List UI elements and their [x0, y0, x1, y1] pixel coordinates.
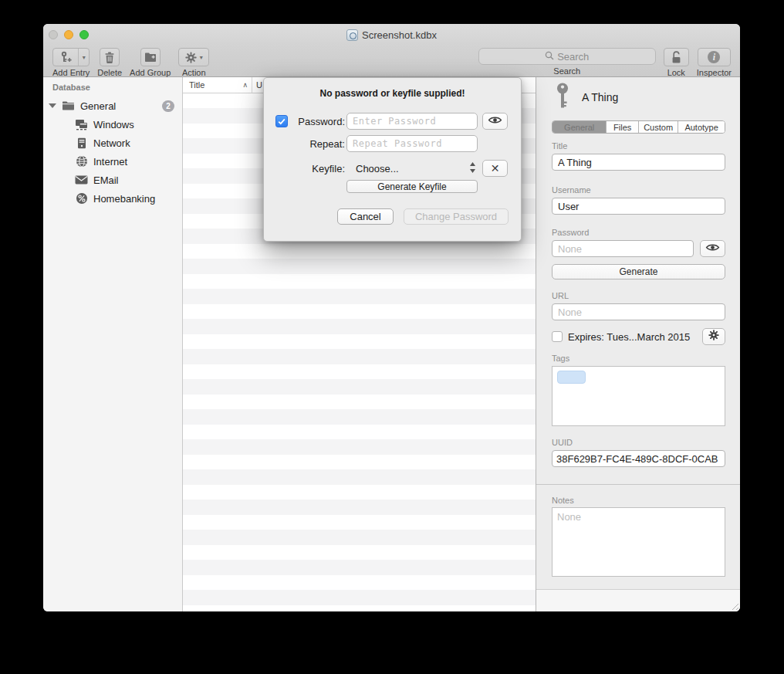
password-field[interactable] [552, 240, 694, 257]
reveal-password-button[interactable] [700, 240, 725, 257]
keyfile-row: Keyfile: Choose... ✕ [264, 160, 521, 177]
lock-button[interactable] [664, 48, 689, 66]
info-icon: i [708, 51, 720, 63]
keyfile-label: Keyfile: [264, 163, 345, 174]
eye-icon [488, 115, 502, 127]
sidebar-item-label: Windows [93, 119, 134, 130]
repeat-label: Repeat: [264, 138, 345, 150]
toolbar: ▾ Add Entry Delete Add Group [43, 46, 740, 77]
sidebar-item-homebanking[interactable]: Homebanking [43, 189, 182, 208]
search-icon [545, 51, 554, 63]
disclosure-triangle-icon[interactable] [49, 103, 56, 108]
sidebar-item-internet[interactable]: Internet [43, 152, 182, 171]
window-title: Screenshot.kdbx [362, 29, 437, 41]
add-group-item: Add Group [130, 48, 171, 77]
key-icon [554, 83, 571, 112]
title-field-label: Title [552, 141, 725, 151]
desktop-background: Screenshot.kdbx ▾ Add Entry [0, 0, 784, 674]
gear-icon [708, 330, 719, 344]
expires-settings-button[interactable] [702, 328, 725, 345]
username-field[interactable] [552, 198, 725, 215]
percent-icon [75, 192, 88, 205]
stepper-icon[interactable] [469, 161, 476, 177]
generate-keyfile-button[interactable]: Generate Keyfile [346, 180, 478, 193]
entry-title: A Thing [582, 91, 618, 103]
sidebar-item-label: EMail [93, 174, 119, 186]
sort-ascending-icon: ∧ [242, 81, 248, 89]
gear-icon [185, 52, 197, 63]
tab-general[interactable]: General [553, 121, 607, 133]
sidebar-item-windows[interactable]: Windows [43, 115, 182, 134]
column-header-title[interactable]: Title ∧ [183, 77, 252, 93]
password-field-label: Password [552, 228, 725, 237]
titlebar[interactable]: Screenshot.kdbx [43, 24, 740, 46]
inspector-footer [536, 589, 740, 611]
sidebar-group-general[interactable]: General 2 [43, 97, 182, 115]
repeat-input[interactable] [346, 135, 478, 152]
add-entry-item: ▾ Add Entry [52, 48, 90, 77]
sidebar-item-email[interactable]: EMail [43, 171, 182, 189]
change-password-button[interactable]: Change Password [404, 208, 509, 225]
tab-files[interactable]: Files [607, 121, 639, 133]
title-area: Screenshot.kdbx [43, 24, 740, 46]
notes-field-label: Notes [552, 496, 725, 505]
search-input[interactable]: Search [478, 48, 656, 65]
inspector-tabs: General Files Custom Autotype [552, 120, 725, 134]
change-password-dialog: No password or keyfile supplied! Passwor… [263, 77, 522, 242]
trash-icon [104, 52, 115, 63]
reveal-password-button[interactable] [482, 113, 508, 130]
delete-label: Delete [97, 68, 122, 77]
dialog-actions: Cancel Change Password [264, 208, 510, 225]
delete-item: Delete [97, 48, 122, 77]
url-field-label: URL [552, 291, 725, 300]
close-icon: ✕ [491, 162, 500, 174]
resize-grip[interactable] [730, 601, 738, 610]
title-field[interactable] [552, 154, 725, 171]
username-field-label: Username [552, 185, 725, 195]
search-item: Search Search [478, 48, 656, 76]
tag-chip[interactable] [557, 371, 586, 384]
column-header-username[interactable]: U [252, 80, 262, 90]
lock-item: Lock [664, 48, 689, 77]
add-entry-label: Add Entry [52, 68, 90, 77]
action-item: ▾ Action [178, 48, 209, 77]
url-field[interactable] [552, 303, 725, 320]
folder-plus-icon [144, 52, 157, 63]
cancel-button[interactable]: Cancel [337, 208, 394, 225]
chevron-down-icon[interactable]: ▾ [78, 49, 89, 66]
password-row: Password: [264, 113, 521, 130]
windows-icon [75, 118, 88, 130]
tab-autotype[interactable]: Autotype [678, 121, 725, 133]
inspector-button[interactable]: i [698, 48, 731, 66]
add-entry-button[interactable]: ▾ [52, 48, 90, 66]
delete-button[interactable] [100, 48, 120, 66]
sidebar-item-label: Network [93, 137, 130, 149]
tags-box[interactable] [552, 366, 725, 426]
search-placeholder: Search [557, 51, 589, 63]
sidebar-item-label: Homebanking [93, 193, 155, 205]
app-window: Screenshot.kdbx ▾ Add Entry [43, 24, 740, 611]
add-group-button[interactable] [140, 48, 161, 66]
clear-keyfile-button[interactable]: ✕ [482, 160, 508, 177]
action-label: Action [182, 68, 206, 77]
section-divider [536, 484, 740, 485]
notes-field[interactable] [552, 507, 725, 577]
generate-password-button[interactable]: Generate [552, 264, 725, 279]
search-label: Search [553, 66, 580, 76]
uuid-field-label: UUID [552, 438, 725, 447]
key-plus-icon [53, 49, 78, 66]
sidebar: Database General 2 Windows [43, 77, 183, 611]
password-input[interactable] [346, 113, 478, 130]
sidebar-item-network[interactable]: Network [43, 134, 182, 152]
sidebar-item-label: Internet [93, 156, 127, 168]
uuid-field[interactable] [552, 450, 725, 467]
tags-field-label: Tags [552, 354, 725, 363]
expires-checkbox[interactable] [552, 331, 563, 342]
tab-custom[interactable]: Custom [639, 121, 678, 133]
mail-icon [75, 174, 88, 186]
action-button[interactable]: ▾ [178, 48, 209, 66]
entry-count-badge: 2 [162, 100, 174, 112]
keyfile-popup[interactable]: Choose... [356, 163, 399, 174]
expires-label: Expires: Tues...March 2015 [568, 331, 697, 343]
inspector-label: Inspector [697, 68, 732, 77]
